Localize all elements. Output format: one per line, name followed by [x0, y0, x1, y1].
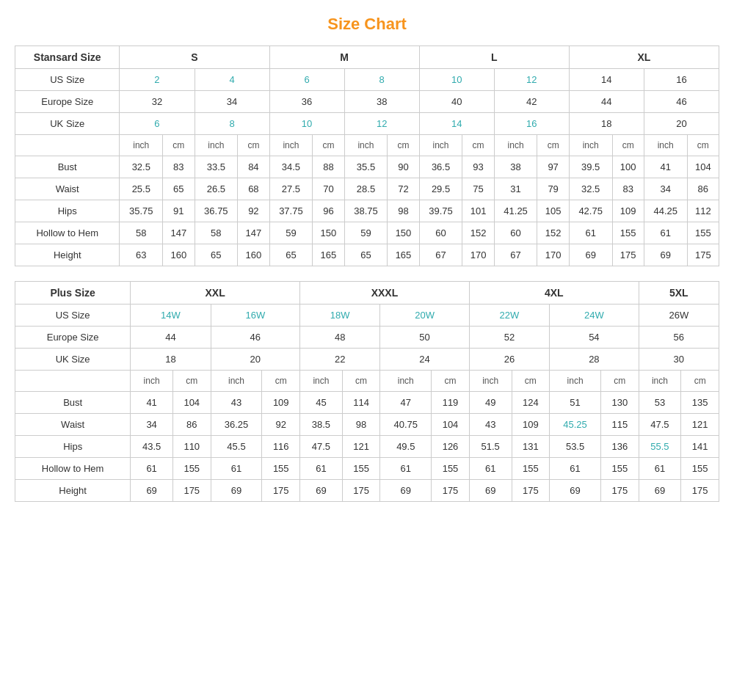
plus-waist-8: 43 [469, 414, 512, 436]
uk-18: 18 [569, 113, 644, 135]
plus-hips-label: Hips [15, 436, 131, 458]
std-unit-14: inch [644, 135, 687, 156]
plus-waist-4: 38.5 [300, 414, 343, 436]
std-unit-15: cm [687, 135, 719, 156]
waist-14: 34 [644, 178, 687, 200]
us-size-10: 10 [419, 69, 494, 91]
plus-us-size-label: US Size [15, 305, 131, 327]
plus-uk-22: 22 [300, 349, 380, 371]
hollow-7: 150 [388, 222, 419, 244]
plus-height-label: Height [15, 480, 131, 502]
std-unit-10: inch [494, 135, 537, 156]
plus-waist-12: 47.5 [639, 414, 681, 436]
page-title: Size Chart [15, 15, 719, 34]
plus-waist-2: 36.25 [211, 414, 262, 436]
plus-us-18w: 18W [300, 305, 380, 327]
bust-10: 38 [494, 156, 537, 178]
height-7: 165 [388, 244, 419, 266]
waist-label: Waist [15, 178, 120, 200]
waist-3: 68 [238, 178, 269, 200]
bust-9: 93 [462, 156, 494, 178]
hollow-10: 60 [494, 222, 537, 244]
plus-waist-9: 109 [512, 414, 550, 436]
plus-hollow-4: 61 [300, 458, 343, 480]
hollow-11: 152 [537, 222, 569, 244]
uk-10: 10 [269, 113, 344, 135]
plus-eu-52: 52 [469, 327, 549, 349]
plus-bust-7: 119 [432, 392, 470, 414]
hollow-9: 152 [462, 222, 494, 244]
height-3: 160 [238, 244, 269, 266]
xl-header: XL [569, 46, 719, 69]
plus-bust-5: 114 [342, 392, 380, 414]
hollow-1: 147 [163, 222, 195, 244]
std-unit-7: cm [388, 135, 419, 156]
bust-5: 88 [313, 156, 344, 178]
plus-bust-label: Bust [15, 392, 131, 414]
plus-waist-6: 40.75 [380, 414, 432, 436]
plus-bust-2: 43 [211, 392, 262, 414]
plus-hips-4: 47.5 [300, 436, 343, 458]
plus-unit-6: inch [380, 371, 432, 392]
waist-5: 70 [313, 178, 344, 200]
plus-us-22w: 22W [469, 305, 549, 327]
us-size-label: US Size [15, 69, 120, 91]
us-size-2: 2 [120, 69, 195, 91]
bust-1: 83 [163, 156, 195, 178]
hollow-3: 147 [238, 222, 269, 244]
plus-unit-13: cm [681, 371, 719, 392]
plus-uk-24: 24 [380, 349, 469, 371]
plus-hips-3: 116 [262, 436, 300, 458]
eu-38: 38 [344, 91, 419, 113]
plus-height-0: 69 [131, 480, 173, 502]
plus-size-table: Plus Size XXL XXXL 4XL 5XL US Size 14W 1… [15, 281, 719, 502]
plus-europe-size-label: Europe Size [15, 327, 131, 349]
plus-hollow-1: 155 [172, 458, 211, 480]
height-1: 160 [163, 244, 195, 266]
eu-34: 34 [195, 91, 269, 113]
plus-hollow-2: 61 [211, 458, 262, 480]
plus-unit-10: inch [550, 371, 601, 392]
height-label: Height [15, 244, 120, 266]
plus-bust-13: 135 [681, 392, 719, 414]
plus-hollow-7: 155 [432, 458, 470, 480]
hips-14: 44.25 [644, 200, 687, 222]
plus-us-26w: 26W [639, 305, 719, 327]
hollow-6: 59 [344, 222, 388, 244]
plus-hollow-0: 61 [131, 458, 173, 480]
bust-6: 35.5 [344, 156, 388, 178]
plus-eu-54: 54 [550, 327, 639, 349]
height-12: 69 [569, 244, 612, 266]
plus-unit-4: inch [300, 371, 343, 392]
height-2: 65 [195, 244, 238, 266]
plus-unit-5: cm [342, 371, 380, 392]
waist-13: 83 [612, 178, 644, 200]
plus-us-14w: 14W [131, 305, 211, 327]
std-unit-8: inch [419, 135, 462, 156]
plus-height-4: 69 [300, 480, 343, 502]
plus-hips-13: 141 [681, 436, 719, 458]
std-unit-12: inch [569, 135, 612, 156]
plus-uk-18: 18 [131, 349, 211, 371]
waist-4: 27.5 [269, 178, 313, 200]
plus-hollow-9: 155 [512, 458, 550, 480]
std-unit-1: cm [163, 135, 195, 156]
plus-bust-12: 53 [639, 392, 681, 414]
height-10: 67 [494, 244, 537, 266]
std-unit-0: inch [120, 135, 163, 156]
plus-bust-10: 51 [550, 392, 601, 414]
plus-waist-7: 104 [432, 414, 470, 436]
plus-bust-3: 109 [262, 392, 300, 414]
hips-10: 41.25 [494, 200, 537, 222]
plus-hollow-3: 155 [262, 458, 300, 480]
waist-7: 72 [388, 178, 419, 200]
plus-height-3: 175 [262, 480, 300, 502]
bust-11: 97 [537, 156, 569, 178]
height-0: 63 [120, 244, 163, 266]
plus-hips-1: 110 [172, 436, 211, 458]
height-4: 65 [269, 244, 313, 266]
eu-40: 40 [419, 91, 494, 113]
plus-height-8: 69 [469, 480, 512, 502]
hips-9: 101 [462, 200, 494, 222]
us-size-14: 14 [569, 69, 644, 91]
